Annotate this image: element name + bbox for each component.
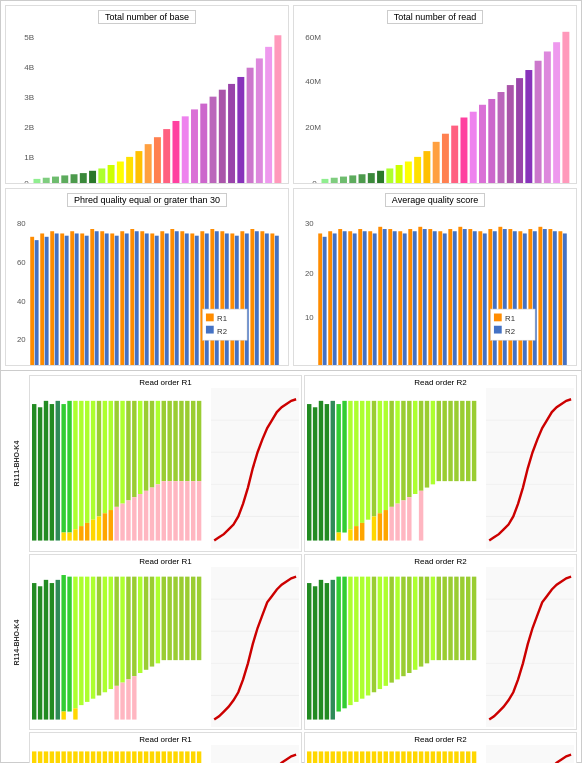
svg-rect-168 [503, 229, 507, 366]
svg-rect-189 [44, 401, 48, 541]
svg-rect-311 [126, 576, 130, 679]
svg-rect-237 [191, 481, 195, 540]
svg-rect-342 [372, 576, 376, 692]
line-chart-r118-r1 [211, 745, 299, 763]
svg-rect-111 [230, 233, 234, 366]
svg-rect-352 [431, 576, 435, 660]
svg-rect-413 [325, 752, 329, 763]
svg-rect-214 [126, 401, 130, 501]
svg-rect-299 [73, 576, 77, 708]
svg-rect-396 [150, 752, 154, 763]
read-title-r111-r2: Read order R2 [414, 378, 466, 387]
svg-rect-145 [388, 229, 392, 366]
svg-rect-40 [340, 177, 347, 184]
row-label-r118: R118-BHO-K4 [5, 732, 27, 763]
svg-rect-382 [97, 752, 101, 763]
svg-rect-12 [89, 171, 96, 184]
svg-rect-303 [91, 576, 95, 698]
svg-rect-274 [413, 401, 417, 494]
svg-rect-195 [67, 533, 71, 541]
svg-text:20M: 20M [305, 123, 321, 132]
svg-rect-326 [211, 567, 299, 728]
svg-rect-400 [173, 752, 177, 763]
svg-rect-21 [172, 121, 179, 184]
svg-rect-315 [138, 576, 142, 672]
svg-rect-182 [494, 313, 502, 321]
svg-rect-338 [348, 576, 352, 704]
svg-rect-358 [466, 576, 470, 660]
svg-rect-207 [103, 513, 107, 540]
svg-rect-247 [319, 401, 323, 541]
svg-rect-9 [61, 175, 68, 183]
line-chart-r114-r1 [211, 567, 299, 728]
svg-rect-15 [117, 162, 124, 184]
read-panel-r114-r1: Read order R1 [29, 554, 302, 731]
svg-rect-200 [85, 401, 89, 523]
svg-rect-26 [219, 90, 226, 184]
svg-rect-337 [342, 576, 346, 708]
stacked-bars-r111-r1 [32, 388, 209, 549]
svg-rect-19 [154, 137, 161, 183]
svg-rect-253 [348, 401, 352, 529]
read-chart-area-r111-r1 [32, 388, 299, 549]
svg-rect-131 [318, 233, 322, 366]
svg-text:R1: R1 [505, 314, 515, 323]
svg-rect-252 [342, 401, 346, 533]
row-r118: R118-BHO-K4 Read order R1 [5, 732, 577, 763]
svg-rect-399 [167, 752, 171, 763]
svg-text:5B: 5B [24, 33, 34, 42]
read-panel-r111-r2: Read order R2 [304, 375, 577, 552]
svg-rect-56 [488, 99, 495, 184]
svg-rect-24 [200, 104, 207, 184]
svg-rect-365 [32, 752, 36, 763]
svg-rect-88 [115, 235, 119, 366]
svg-rect-410 [307, 752, 311, 763]
svg-text:R2: R2 [505, 326, 515, 335]
svg-rect-341 [366, 576, 370, 695]
svg-rect-293 [44, 579, 48, 719]
svg-rect-344 [384, 576, 388, 685]
svg-rect-60 [525, 70, 532, 183]
svg-rect-346 [395, 576, 399, 679]
svg-rect-59 [516, 78, 523, 183]
chart-area-phred: 80 60 40 20 0 [8, 209, 286, 367]
svg-rect-28 [237, 77, 244, 184]
svg-rect-196 [73, 401, 77, 529]
svg-rect-386 [109, 752, 113, 763]
svg-rect-308 [114, 685, 118, 719]
svg-rect-100 [175, 231, 179, 366]
svg-rect-148 [403, 233, 407, 366]
read-panel-r114-r2: Read order R2 [304, 554, 577, 731]
svg-rect-324 [191, 576, 195, 660]
svg-rect-117 [260, 231, 264, 366]
svg-rect-103 [190, 233, 194, 366]
svg-rect-367 [44, 752, 48, 763]
svg-text:10: 10 [305, 313, 314, 322]
stacked-bars-r118-r1 [32, 745, 209, 763]
svg-rect-286 [486, 388, 574, 549]
svg-rect-158 [453, 231, 457, 366]
svg-rect-53 [460, 118, 467, 184]
svg-rect-218 [138, 401, 142, 494]
svg-rect-272 [407, 401, 411, 497]
svg-rect-403 [191, 752, 195, 763]
bottom-section: R111-BHO-K4 Read order R1 [1, 371, 581, 763]
svg-rect-157 [448, 229, 452, 366]
svg-rect-335 [331, 579, 335, 719]
svg-rect-221 [144, 491, 148, 541]
svg-rect-136 [343, 231, 347, 366]
svg-rect-107 [210, 229, 214, 366]
svg-rect-234 [185, 401, 189, 481]
svg-rect-316 [144, 576, 148, 669]
svg-rect-208 [109, 401, 113, 510]
svg-rect-306 [109, 576, 113, 688]
svg-rect-13 [98, 168, 105, 183]
svg-rect-423 [384, 752, 388, 763]
svg-rect-230 [173, 401, 177, 481]
svg-rect-266 [389, 401, 393, 507]
read-chart-area-r114-r1 [32, 567, 299, 728]
svg-rect-197 [73, 529, 77, 540]
chart-title-avg: Average quality score [385, 193, 485, 207]
svg-rect-314 [132, 676, 136, 719]
svg-rect-281 [448, 401, 452, 481]
